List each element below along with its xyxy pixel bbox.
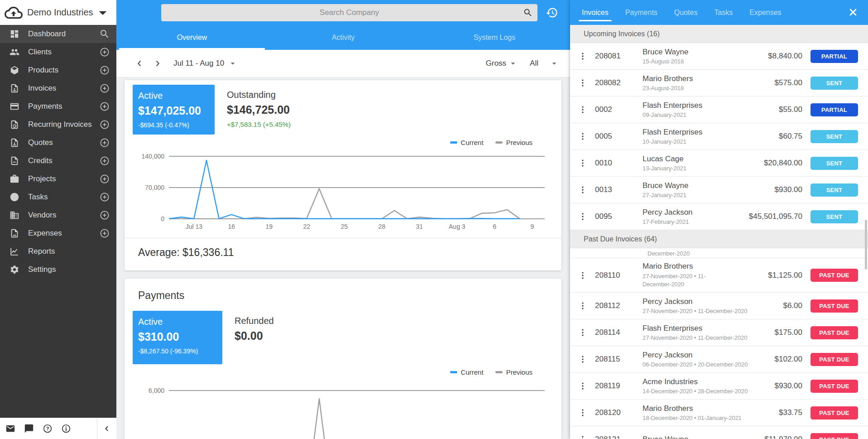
sidebar-item-tasks[interactable]: Tasks <box>0 188 116 206</box>
payments-title: Payments <box>125 279 561 302</box>
panel-close-button[interactable] <box>847 6 859 18</box>
add-projects-button[interactable] <box>99 174 110 184</box>
add-tasks-button[interactable] <box>99 192 110 203</box>
invoice-row-0013[interactable]: 0013Bruce Wayne27-January-2021$930.00SEN… <box>570 177 868 203</box>
sidebar-item-recurring-invoices[interactable]: Recurring Invoices <box>0 116 116 134</box>
row-actions-button[interactable] <box>570 301 595 311</box>
date-range-dropdown[interactable] <box>228 58 238 68</box>
active-label: Active <box>138 91 209 101</box>
mail-icon <box>5 424 15 434</box>
panel-tab-payments[interactable]: Payments <box>625 1 657 24</box>
invoice-row-0095[interactable]: 0095Percy Jackson17-February-2021$45,501… <box>570 203 868 230</box>
add-invoices-button[interactable] <box>99 83 110 94</box>
add-quotes-button[interactable] <box>99 137 110 148</box>
row-actions-button[interactable] <box>570 408 595 418</box>
sidebar-item-expenses[interactable]: Expenses <box>0 224 116 242</box>
row-actions-button[interactable] <box>570 328 595 338</box>
sidebar-item-dashboard[interactable]: Dashboard <box>0 25 116 43</box>
tab-system-logs[interactable]: System Logs <box>419 25 570 50</box>
next-range-button[interactable] <box>153 58 163 68</box>
legend-current: Current <box>450 139 484 146</box>
row-actions-button[interactable] <box>570 158 595 168</box>
sidebar-search-icon[interactable] <box>99 29 110 39</box>
plus-icon <box>99 119 110 130</box>
svg-text:140,000: 140,000 <box>141 153 164 160</box>
sidebar-collapse-button[interactable] <box>97 418 116 439</box>
invoice-row-208112[interactable]: 208112Percy Jackson27-November-2020 • 11… <box>570 293 868 319</box>
section-header-upcoming-invoices-16-: Upcoming Invoices (16) <box>570 25 868 43</box>
row-actions-button[interactable] <box>570 105 595 115</box>
company-switcher[interactable]: Demo Industries <box>0 0 116 25</box>
sidebar-item-credits[interactable]: Credits <box>0 152 116 170</box>
tasks-icon <box>10 192 19 202</box>
invoice-number: 0013 <box>595 185 643 194</box>
prev-range-button[interactable] <box>134 58 144 68</box>
invoice-row-208121[interactable]: 208121Bruce Wayne$11,970.00PAST DUE <box>570 426 868 439</box>
panel-tab-expenses[interactable]: Expenses <box>749 1 781 24</box>
invoice-row-208115[interactable]: 208115Percy Jackson06-December-2020 • 20… <box>570 346 868 373</box>
row-actions-button[interactable] <box>570 270 595 280</box>
add-payments-button[interactable] <box>99 101 110 112</box>
add-expenses-button[interactable] <box>99 228 110 239</box>
sidebar-item-quotes[interactable]: Quotes <box>0 134 116 152</box>
row-actions-button[interactable] <box>570 354 595 364</box>
row-actions-button[interactable] <box>570 212 595 222</box>
tab-overview[interactable]: Overview <box>116 25 268 50</box>
chat-icon <box>24 424 34 434</box>
add-recurring-invoices-button[interactable] <box>99 119 110 130</box>
invoice-row-208110[interactable]: 208110Mario Brothers27-November-2020 • 1… <box>570 258 868 293</box>
panel-tab-invoices[interactable]: Invoices <box>582 1 609 24</box>
invoice-row-0005[interactable]: 0005Flash Enterprises10-January-2021$60.… <box>570 123 868 150</box>
client-name: Flash Enterprises <box>643 128 741 137</box>
search-input[interactable] <box>161 4 537 21</box>
info-button[interactable] <box>61 424 71 434</box>
sidebar-item-clients[interactable]: Clients <box>0 43 116 61</box>
invoice-row-208081[interactable]: 208081Bruce Wayne15-August-2018$8,840.00… <box>570 43 868 70</box>
tab-activity[interactable]: Activity <box>268 25 419 50</box>
currency-select[interactable]: All <box>530 58 559 68</box>
invoice-row-0010[interactable]: 0010Lucas Cage13-January-2021$20,840.00S… <box>570 150 868 177</box>
add-vendors-button[interactable] <box>99 210 110 221</box>
kebab-icon <box>578 354 588 364</box>
sidebar-item-products[interactable]: Products <box>0 61 116 79</box>
add-clients-button[interactable] <box>99 47 110 58</box>
invoices-overview-card: Active $147,025.00 -$694.35 (-0.47%) Out… <box>125 80 561 270</box>
add-products-button[interactable] <box>99 65 110 76</box>
invoice-row-208114[interactable]: 208114Flash Enterprises27-November-2020 … <box>570 319 868 346</box>
scrollbar-thumb[interactable] <box>865 220 867 270</box>
invoice-row-208120[interactable]: 208120Mario Brothers18-December-2020 • 0… <box>570 400 868 426</box>
sidebar-item-projects[interactable]: Projects <box>0 170 116 188</box>
panel-tab-quotes[interactable]: Quotes <box>674 1 698 24</box>
row-actions-button[interactable] <box>570 185 595 195</box>
help-button[interactable]: ? <box>43 424 53 434</box>
currency-value: All <box>530 59 538 68</box>
invoice-row-208082[interactable]: 208082Mario Brothers23-August-2018$575.0… <box>570 70 868 96</box>
add-credits-button[interactable] <box>99 155 110 166</box>
mail-button[interactable] <box>5 424 15 434</box>
sidebar-item-vendors[interactable]: Vendors <box>0 206 116 224</box>
date-range-label[interactable]: Jul 11 - Aug 10 <box>173 59 224 68</box>
chat-button[interactable] <box>24 424 34 434</box>
row-actions-button[interactable] <box>570 381 595 391</box>
row-actions-button[interactable] <box>570 78 595 88</box>
invoice-row-0002[interactable]: 0002Flash Enterprises09-January-2021$55.… <box>570 96 868 123</box>
invoice-number: 0095 <box>595 212 643 221</box>
sidebar-item-invoices[interactable]: Invoices <box>0 79 116 97</box>
invoice-dates: 15-August-2018 <box>643 58 741 65</box>
sidebar-item-settings[interactable]: Settings <box>0 261 116 279</box>
svg-text:?: ? <box>46 426 49 431</box>
invoice-amount: $60.75 <box>743 132 802 141</box>
gross-net-select[interactable]: Gross <box>486 58 518 68</box>
row-actions-button[interactable] <box>570 51 595 61</box>
invoice-row-208119[interactable]: 208119Acme Industries14-December-2020 • … <box>570 373 868 400</box>
invoice-dates: 27-November-2020 • 11-December-2020 <box>643 272 726 288</box>
sidebar-item-reports[interactable]: Reports <box>0 242 116 261</box>
panel-tab-tasks[interactable]: Tasks <box>714 1 733 24</box>
row-actions-button[interactable] <box>570 131 595 141</box>
client-name: Flash Enterprises <box>643 101 741 110</box>
search-icon[interactable] <box>523 8 533 18</box>
row-actions-button[interactable] <box>570 434 595 439</box>
history-button[interactable] <box>546 6 558 19</box>
gross-net-value: Gross <box>486 59 506 68</box>
sidebar-item-payments[interactable]: Payments <box>0 97 116 116</box>
